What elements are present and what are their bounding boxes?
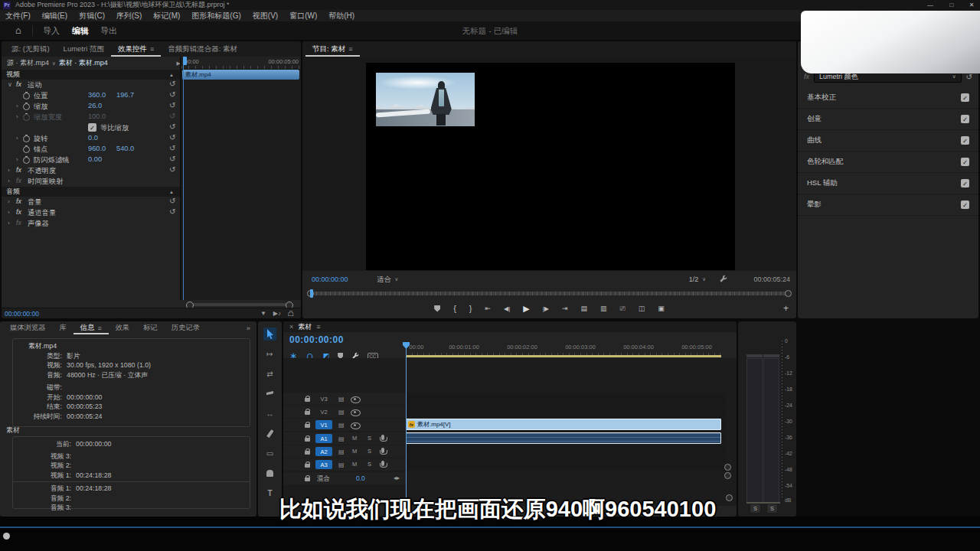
- menu-file[interactable]: 文件(F): [5, 11, 31, 21]
- effect-opacity[interactable]: ›fx不透明度↺: [2, 165, 180, 176]
- effect-controls-mini-timeline[interactable]: 00:00 00:00:05:00 素材.mp4: [180, 57, 301, 300]
- go-to-out-icon[interactable]: ⇥: [562, 305, 568, 312]
- mix-value[interactable]: 0.0: [356, 474, 365, 482]
- sync-lock-icon[interactable]: ▤: [338, 422, 345, 429]
- stopwatch-icon[interactable]: [23, 157, 30, 164]
- eye-icon[interactable]: [351, 422, 361, 429]
- lock-icon[interactable]: [305, 411, 310, 415]
- lift-icon[interactable]: ▤: [581, 305, 588, 312]
- rotation-value[interactable]: 0.0: [88, 134, 98, 142]
- chevron-down-icon[interactable]: ∨: [52, 60, 56, 67]
- maximize-button[interactable]: □: [942, 0, 962, 10]
- expander-icon[interactable]: ∨: [8, 81, 12, 88]
- collapse-icon[interactable]: ▲: [169, 190, 174, 194]
- add-marker-icon[interactable]: [434, 305, 440, 312]
- expander-icon[interactable]: ›: [8, 178, 10, 184]
- mute-button[interactable]: M: [352, 448, 357, 455]
- keyframe-nav-icon[interactable]: ◂▸: [394, 474, 400, 481]
- menu-help[interactable]: 帮助(H): [328, 11, 354, 21]
- mute-button[interactable]: M: [352, 435, 357, 442]
- video-clip[interactable]: fx素材.mp4[V]: [406, 419, 721, 430]
- tab-effects[interactable]: 效果: [109, 321, 137, 334]
- playhead-handle[interactable]: [183, 57, 187, 65]
- reset-icon[interactable]: ↺: [169, 207, 175, 216]
- uniform-scale-checkbox[interactable]: ✓: [88, 123, 96, 132]
- program-playhead[interactable]: [310, 289, 313, 298]
- solo-left-button[interactable]: S: [750, 504, 761, 514]
- fit-dropdown[interactable]: 适合∨: [377, 275, 399, 285]
- enabled-checkbox[interactable]: ✓: [961, 158, 969, 166]
- solo-button[interactable]: S: [368, 435, 371, 442]
- tab-overflow-icon[interactable]: »: [247, 324, 250, 332]
- effect-motion[interactable]: ∨fx运动↺: [2, 80, 180, 90]
- track-name-a2[interactable]: A2: [315, 447, 332, 456]
- reset-icon[interactable]: ↺: [169, 90, 175, 99]
- step-forward-icon[interactable]: |▶: [543, 305, 549, 312]
- tab-source-monitor[interactable]: 源: (无剪辑): [5, 41, 57, 57]
- hand-tool[interactable]: [263, 467, 276, 480]
- resolution-dropdown[interactable]: 1/2∨: [689, 276, 706, 283]
- section-hsl-secondary[interactable]: HSL 辅助✓: [798, 173, 978, 194]
- lock-icon[interactable]: [305, 478, 310, 481]
- tab-markers[interactable]: 标记: [136, 321, 165, 334]
- pen-tool[interactable]: [263, 427, 276, 440]
- lock-icon[interactable]: [305, 464, 310, 468]
- position-y-value[interactable]: 196.7: [116, 91, 134, 99]
- audio-section-header[interactable]: 音频▲: [2, 187, 180, 197]
- comparison-view-icon[interactable]: ◫: [639, 305, 645, 312]
- effect-channel-volume[interactable]: ›fx通道音量↺: [2, 207, 180, 218]
- filter-icon[interactable]: ▼: [260, 310, 266, 317]
- menu-sequence[interactable]: 序列(S): [116, 11, 142, 21]
- section-curves[interactable]: 曲线✓: [798, 130, 978, 152]
- eye-icon[interactable]: [351, 409, 361, 416]
- tab-media-browser[interactable]: 媒体浏览器: [3, 321, 52, 334]
- video-clip-preview[interactable]: [376, 73, 475, 126]
- lock-icon[interactable]: [305, 398, 310, 402]
- go-to-in-icon[interactable]: ⇤: [485, 305, 492, 312]
- reset-icon[interactable]: ↺: [169, 101, 175, 109]
- panel-menu-icon[interactable]: ≡: [316, 323, 320, 331]
- tab-libraries[interactable]: 库: [52, 321, 73, 334]
- reset-icon[interactable]: ↺: [169, 197, 175, 205]
- section-vignette[interactable]: 晕影✓: [798, 194, 978, 216]
- reset-icon[interactable]: ↺: [169, 122, 175, 131]
- reset-icon[interactable]: ↺: [169, 155, 175, 163]
- tab-edit[interactable]: 编辑: [72, 25, 89, 37]
- stopwatch-icon[interactable]: [23, 146, 30, 153]
- expander-icon[interactable]: ›: [8, 198, 10, 205]
- anti-flicker-value[interactable]: 0.00: [88, 155, 102, 163]
- mic-icon[interactable]: [381, 461, 384, 466]
- timeline-ruler[interactable]: 00:00 00:00:01:00 00:00:02:00 00:00:03:0…: [406, 343, 726, 355]
- expander-icon[interactable]: ›: [16, 103, 18, 109]
- multicam-icon[interactable]: ▣: [658, 305, 665, 312]
- mute-button[interactable]: M: [352, 461, 357, 468]
- section-basic-correction[interactable]: 基本校正✓: [798, 87, 978, 109]
- sync-lock-icon[interactable]: ▤: [338, 435, 345, 442]
- minimize-button[interactable]: —: [920, 0, 940, 10]
- sync-lock-icon[interactable]: ▤: [338, 409, 345, 416]
- slip-tool[interactable]: ↔: [263, 407, 276, 420]
- mic-icon[interactable]: [381, 448, 384, 453]
- enabled-checkbox[interactable]: ✓: [961, 136, 969, 145]
- mini-timeline-clip[interactable]: 素材.mp4: [182, 70, 299, 80]
- selection-tool[interactable]: [263, 328, 276, 341]
- panel-menu-icon[interactable]: ≡: [348, 45, 352, 53]
- mini-playhead[interactable]: [183, 57, 184, 300]
- enabled-checkbox[interactable]: ✓: [961, 201, 969, 209]
- panel-menu-icon[interactable]: ≡: [150, 45, 154, 53]
- menu-markers[interactable]: 标记(M): [153, 11, 180, 21]
- lock-icon[interactable]: [305, 424, 310, 428]
- settings-wrench-icon[interactable]: [719, 275, 727, 285]
- track-name-v2[interactable]: V2: [315, 407, 332, 416]
- program-frame[interactable]: [366, 63, 735, 270]
- ripple-edit-tool[interactable]: ⇄: [263, 367, 276, 380]
- play-audio-icon[interactable]: ▶♪: [273, 310, 281, 317]
- play-icon[interactable]: ▶: [523, 304, 529, 314]
- tab-program[interactable]: 节目: 素材≡: [305, 41, 360, 57]
- add-button-icon[interactable]: +: [783, 303, 789, 314]
- track-resize-handle[interactable]: [724, 464, 731, 471]
- eye-icon[interactable]: [351, 396, 361, 403]
- mark-out-icon[interactable]: }: [469, 304, 472, 313]
- razor-tool[interactable]: [263, 387, 276, 400]
- effect-time-remap[interactable]: ›fx时间重映射: [2, 176, 180, 187]
